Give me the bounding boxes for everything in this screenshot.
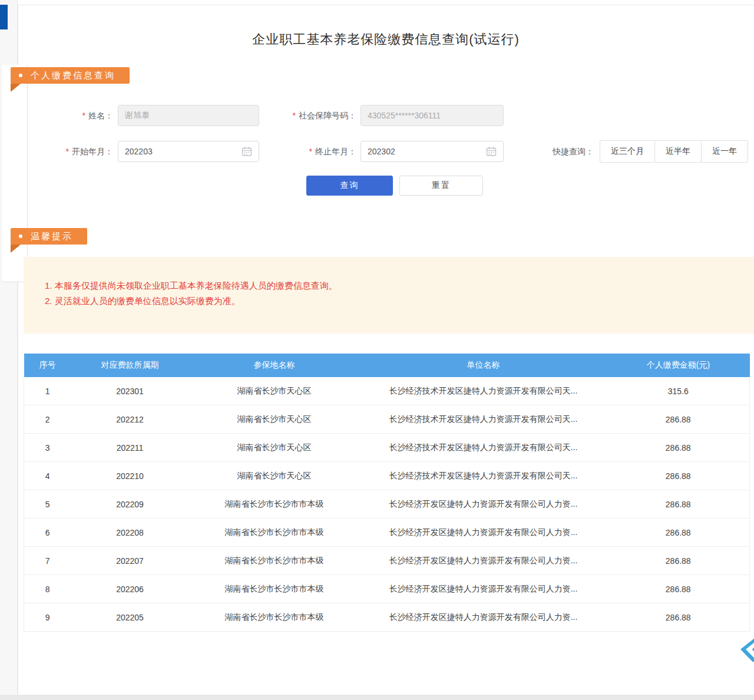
cell-company-name: 长沙经济开发区捷特人力资源开发有限公司人力资... — [360, 490, 607, 519]
cell-company-name: 长沙经济开发区捷特人力资源开发有限公司人力资... — [360, 575, 607, 603]
results-table: 序号对应费款所属期参保地名称单位名称个人缴费金额(元) 1 202301 湖南省… — [24, 354, 750, 632]
name-label: *姓名： — [24, 110, 113, 121]
cell-company-name: 长沙经济开发区捷特人力资源开发有限公司人力资... — [360, 519, 607, 547]
ribbon-fold-icon — [11, 245, 21, 253]
bottom-strip — [0, 695, 754, 700]
calendar-icon[interactable] — [486, 146, 497, 157]
cell-fee-period: 202210 — [71, 462, 189, 490]
cell-company-name: 长沙经济开发区捷特人力资源开发有限公司人力资... — [360, 547, 607, 575]
table-row: 8 202206 湖南省长沙市长沙市市本级 长沙经济开发区捷特人力资源开发有限公… — [24, 575, 750, 603]
start-month-input[interactable]: 202203 — [118, 141, 259, 162]
cell-row-number: 2 — [24, 405, 71, 434]
name-input-value: 谢旭泰 — [125, 110, 150, 121]
cell-row-number: 1 — [24, 377, 71, 405]
end-month-label: *终止年月： — [247, 146, 356, 157]
table-row: 2 202212 湖南省长沙市天心区 长沙经济技术开发区捷特人力资源开发有限公司… — [24, 405, 750, 434]
reset-button[interactable]: 重置 — [399, 176, 483, 196]
table-row: 6 202208 湖南省长沙市长沙市市本级 长沙经济开发区捷特人力资源开发有限公… — [24, 519, 750, 547]
table-header-cell: 单位名称 — [360, 354, 607, 377]
section-tag-personal-payment-query: 个人缴费信息查询 — [11, 67, 130, 84]
table-row: 5 202209 湖南省长沙市长沙市市本级 长沙经济开发区捷特人力资源开发有限公… — [24, 490, 750, 519]
end-month-value: 202302 — [368, 147, 395, 156]
table-row: 9 202205 湖南省长沙市长沙市市本级 长沙经济开发区捷特人力资源开发有限公… — [24, 603, 750, 632]
table-row: 3 202211 湖南省长沙市天心区 长沙经济技术开发区捷特人力资源开发有限公司… — [24, 434, 750, 462]
cell-insured-place: 湖南省长沙市天心区 — [189, 405, 360, 434]
cell-company-name: 长沙经济技术开发区捷特人力资源开发有限公司天... — [360, 462, 607, 490]
section-tag-tips: 温馨提示 — [11, 228, 87, 245]
page: 企业职工基本养老保险缴费信息查询(试运行) 个人缴费信息查询 *姓名： 谢旭泰 … — [0, 0, 754, 700]
quick-query-button[interactable]: 近半年 — [654, 140, 702, 163]
cell-personal-amount: 286.88 — [607, 519, 750, 547]
cell-row-number: 8 — [24, 575, 71, 603]
cell-row-number: 9 — [24, 603, 71, 632]
section-tag-label: 个人缴费信息查询 — [31, 70, 115, 81]
sidebar-handle-tab[interactable] — [0, 5, 8, 29]
name-label-text: 姓名： — [88, 111, 113, 120]
cell-personal-amount: 286.88 — [607, 490, 750, 519]
cell-row-number: 7 — [24, 547, 71, 575]
ribbon-fold-icon — [11, 84, 21, 92]
cell-personal-amount: 286.88 — [607, 575, 750, 603]
quick-query-group: 近三个月近半年近一年 — [600, 140, 748, 163]
required-asterisk: * — [309, 147, 312, 156]
table-header-cell: 参保地名称 — [189, 354, 360, 377]
cell-insured-place: 湖南省长沙市天心区 — [189, 462, 360, 490]
cell-fee-period: 202207 — [71, 547, 189, 575]
cell-fee-period: 202205 — [71, 603, 189, 632]
ssn-input-value: 430525******306111 — [368, 111, 441, 120]
section-tag-label: 温馨提示 — [31, 231, 73, 242]
ssn-label: *社会保障号码： — [247, 110, 356, 121]
cell-company-name: 长沙经济技术开发区捷特人力资源开发有限公司天... — [360, 434, 607, 462]
table-header-row: 序号对应费款所属期参保地名称单位名称个人缴费金额(元) — [24, 354, 750, 377]
cell-personal-amount: 286.88 — [607, 547, 750, 575]
cell-insured-place: 湖南省长沙市长沙市市本级 — [189, 575, 360, 603]
end-month-label-text: 终止年月： — [315, 147, 356, 156]
required-asterisk: * — [293, 111, 296, 120]
ssn-input: 430525******306111 — [361, 105, 504, 126]
double-chevron-left-icon[interactable] — [735, 635, 754, 663]
start-month-label-text: 开始年月： — [72, 147, 113, 156]
cell-insured-place: 湖南省长沙市长沙市市本级 — [189, 603, 360, 632]
ssn-label-text: 社会保障号码： — [299, 111, 356, 120]
cell-personal-amount: 315.6 — [607, 377, 750, 405]
bullet-dot-icon — [19, 74, 22, 77]
table-row: 7 202207 湖南省长沙市长沙市市本级 长沙经济开发区捷特人力资源开发有限公… — [24, 547, 750, 575]
cell-personal-amount: 286.88 — [607, 603, 750, 632]
table-header-cell: 对应费款所属期 — [71, 354, 189, 377]
notice-line: 1. 本服务仅提供尚未领取企业职工基本养老保险待遇人员的缴费信息查询。 — [45, 278, 742, 293]
quick-query-button[interactable]: 近一年 — [701, 140, 748, 163]
cell-company-name: 长沙经济技术开发区捷特人力资源开发有限公司天... — [360, 377, 607, 405]
cell-insured-place: 湖南省长沙市长沙市市本级 — [189, 519, 360, 547]
required-asterisk: * — [82, 111, 85, 120]
cell-fee-period: 202208 — [71, 519, 189, 547]
cell-company-name: 长沙经济开发区捷特人力资源开发有限公司人力资... — [360, 603, 607, 632]
cell-row-number: 5 — [24, 490, 71, 519]
cell-personal-amount: 286.88 — [607, 405, 750, 434]
table-row: 1 202301 湖南省长沙市天心区 长沙经济技术开发区捷特人力资源开发有限公司… — [24, 377, 750, 405]
query-button[interactable]: 查询 — [306, 176, 393, 196]
end-month-input[interactable]: 202302 — [361, 141, 504, 162]
table-row: 4 202210 湖南省长沙市天心区 长沙经济技术开发区捷特人力资源开发有限公司… — [24, 462, 750, 490]
cell-insured-place: 湖南省长沙市天心区 — [189, 434, 360, 462]
page-title: 企业职工基本养老保险缴费信息查询(试运行) — [18, 31, 754, 48]
table-header-cell: 个人缴费金额(元) — [607, 354, 750, 377]
name-input: 谢旭泰 — [118, 105, 259, 126]
cell-row-number: 4 — [24, 462, 71, 490]
cell-insured-place: 湖南省长沙市天心区 — [189, 377, 360, 405]
cell-fee-period: 202211 — [71, 434, 189, 462]
notice-box: 1. 本服务仅提供尚未领取企业职工基本养老保险待遇人员的缴费信息查询。2. 灵活… — [24, 257, 754, 334]
cell-company-name: 长沙经济技术开发区捷特人力资源开发有限公司天... — [360, 405, 607, 434]
notice-line: 2. 灵活就业人员的缴费单位信息以实际缴费为准。 — [45, 293, 742, 309]
cell-fee-period: 202209 — [71, 490, 189, 519]
bullet-dot-icon — [19, 235, 22, 238]
cell-fee-period: 202212 — [71, 405, 189, 434]
cell-insured-place: 湖南省长沙市长沙市市本级 — [189, 490, 360, 519]
cell-personal-amount: 286.88 — [607, 462, 750, 490]
cell-fee-period: 202206 — [71, 575, 189, 603]
cell-row-number: 6 — [24, 519, 71, 547]
quick-query-label: 快捷查询： — [518, 146, 594, 157]
table-header-cell: 序号 — [24, 354, 71, 377]
start-month-label: *开始年月： — [24, 146, 113, 157]
cell-personal-amount: 286.88 — [607, 434, 750, 462]
quick-query-button[interactable]: 近三个月 — [600, 140, 655, 163]
